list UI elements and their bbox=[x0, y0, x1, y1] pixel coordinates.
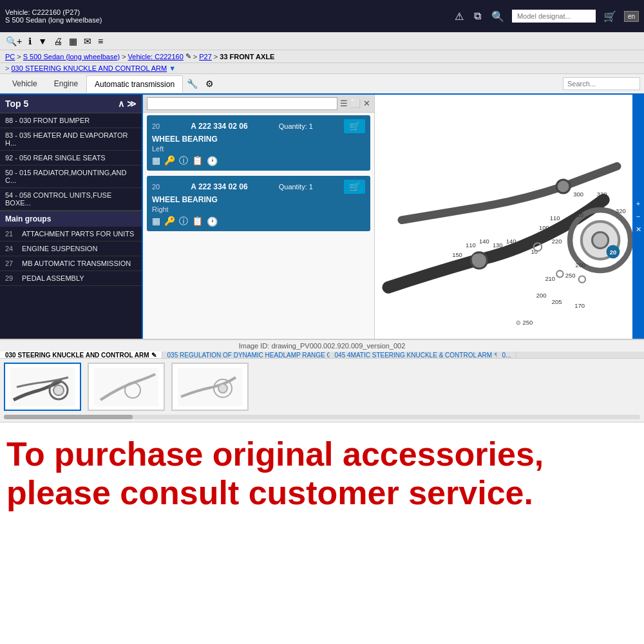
cart-icon[interactable]: 🛒 bbox=[601, 9, 619, 24]
doc-icon-1[interactable]: 📋 bbox=[192, 216, 203, 227]
parts-search-input[interactable] bbox=[147, 97, 337, 110]
thumb-images bbox=[0, 359, 644, 415]
key-icon-1[interactable]: 🔑 bbox=[164, 216, 175, 227]
top5-collapse-icon[interactable]: ∧ bbox=[118, 99, 124, 109]
thumb-tabs: 030 STEERING KNUCKLE AND CONTROL ARM ✎ 0… bbox=[0, 352, 644, 359]
thumbnail-area: 030 STEERING KNUCKLE AND CONTROL ARM ✎ 0… bbox=[0, 352, 644, 422]
tab-engine[interactable]: Engine bbox=[46, 75, 86, 93]
subnav-dropdown-icon[interactable]: ▼ bbox=[169, 64, 176, 72]
main-content: Top 5 ∧ ≫ 88 - 030 FRONT BUMPER 83 - 035… bbox=[0, 95, 644, 339]
breadcrumb-pc[interactable]: PC bbox=[5, 53, 15, 61]
svg-text:100: 100 bbox=[539, 224, 549, 231]
clock-btn-1[interactable]: 🕐 bbox=[207, 216, 218, 227]
search-icon-top[interactable]: 🔍 bbox=[489, 9, 507, 24]
thumb-image-0[interactable] bbox=[4, 363, 81, 411]
vehicle-line1: Vehicle: C222160 (P27) bbox=[5, 8, 102, 16]
info-icon-0[interactable]: ⓘ bbox=[179, 155, 188, 167]
scroll-up-btn[interactable]: + bbox=[636, 200, 640, 207]
vehicle-info: Vehicle: C222160 (P27) S 500 Sedan (long… bbox=[5, 8, 102, 24]
top5-expand-icon[interactable]: ≫ bbox=[127, 99, 137, 109]
list-icon[interactable]: ☰ bbox=[340, 99, 348, 108]
svg-text:20: 20 bbox=[610, 249, 616, 256]
clock-btn-0[interactable]: 🕐 bbox=[207, 155, 218, 167]
top5-label: Top 5 bbox=[5, 99, 28, 109]
grid-icon-1[interactable]: ▦ bbox=[152, 216, 160, 227]
svg-text:310: 310 bbox=[573, 211, 583, 218]
group-item-21[interactable]: 21 ATTACHMENT PARTS FOR UNITS bbox=[0, 227, 142, 242]
thumb-tab-3[interactable]: 0... bbox=[497, 352, 517, 358]
breadcrumb-current: 33 FRONT AXLE bbox=[220, 53, 274, 61]
breadcrumb-p27[interactable]: P27 bbox=[199, 53, 212, 61]
info-icon[interactable]: ℹ bbox=[26, 35, 33, 48]
parts-close-icon[interactable]: ✕ bbox=[363, 99, 370, 108]
svg-text:200: 200 bbox=[536, 292, 547, 299]
thumb-tab-edit-0[interactable]: ✎ bbox=[151, 352, 156, 358]
model-search-input[interactable] bbox=[512, 10, 596, 23]
warning-icon[interactable]: ⚠ bbox=[452, 9, 466, 24]
add-to-cart-0[interactable]: 🛒 bbox=[344, 119, 365, 133]
tab-search-input[interactable] bbox=[563, 77, 640, 90]
svg-text:205: 205 bbox=[552, 298, 562, 305]
breadcrumb-vehicle[interactable]: Vehicle: C222160 bbox=[128, 53, 184, 61]
scroll-x-btn[interactable]: ✕ bbox=[636, 225, 641, 234]
image-id-bar: Image ID: drawing_PV000.002.920.009_vers… bbox=[0, 339, 644, 352]
top5-item-1[interactable]: 83 - 035 HEATER AND EVAPORATOR H... bbox=[0, 128, 142, 151]
menu-icon[interactable]: ≡ bbox=[96, 35, 105, 48]
top5-item-2[interactable]: 92 - 050 REAR SINGLE SEATS bbox=[0, 151, 142, 166]
svg-point-5 bbox=[556, 180, 570, 193]
svg-text:130: 130 bbox=[493, 242, 503, 249]
thumb-tab-1[interactable]: 035 REGULATION OF DYNAMIC HEADLAMP RANGE… bbox=[162, 352, 330, 358]
svg-text:140: 140 bbox=[479, 238, 489, 245]
top5-header: Top 5 ∧ ≫ bbox=[0, 95, 142, 113]
svg-text:140: 140 bbox=[506, 238, 516, 245]
info-icon-1[interactable]: ⓘ bbox=[179, 216, 188, 227]
main-groups-header: Main groups bbox=[0, 211, 142, 227]
tab-icon-diagram[interactable]: ⚙ bbox=[202, 76, 218, 91]
grid-icon-0[interactable]: ▦ bbox=[152, 155, 160, 167]
email-icon[interactable]: ✉ bbox=[82, 35, 93, 48]
tab-auto-transmission[interactable]: Automatic transmission bbox=[86, 75, 183, 93]
top5-item-0[interactable]: 88 - 030 FRONT BUMPER bbox=[0, 113, 142, 128]
breadcrumb-edit-icon: ✎ bbox=[185, 52, 191, 61]
group-item-29[interactable]: 29 PEDAL ASSEMBLY bbox=[0, 271, 142, 286]
top-bar-right: ⚠ ⧉ 🔍 🛒 en bbox=[452, 9, 639, 24]
zoom-in-icon[interactable]: 🔍+ bbox=[4, 35, 24, 48]
subnav: > 030 STEERING KNUCKLE AND CONTROL ARM ▼ bbox=[0, 63, 644, 74]
scroll-down-btn[interactable]: − bbox=[636, 213, 640, 220]
parts-area: ☰ ⬜ ✕ 20 A 222 334 02 06 Quantity: 1 🛒 W… bbox=[143, 95, 375, 339]
group-item-24[interactable]: 24 ENGINE SUSPENSION bbox=[0, 242, 142, 256]
key-icon-0[interactable]: 🔑 bbox=[164, 155, 175, 167]
top5-item-4[interactable]: 54 - 058 CONTROL UNITS,FUSE BOXE... bbox=[0, 188, 142, 211]
group-item-27[interactable]: 27 MB AUTOMATIC TRANSMISSION bbox=[0, 256, 142, 271]
svg-text:110: 110 bbox=[550, 214, 560, 222]
thumb-scrollbar[interactable] bbox=[4, 415, 640, 419]
grid-icon[interactable]: ▦ bbox=[67, 35, 79, 48]
tab-icon-wrench[interactable]: 🔧 bbox=[183, 76, 202, 91]
parts-filter-icon[interactable]: ⬜ bbox=[350, 99, 361, 108]
subnav-link[interactable]: 030 STEERING KNUCKLE AND CONTROL ARM bbox=[11, 64, 167, 72]
thumb-tab-2[interactable]: 045 4MATIC STEERING KNUCKLE & CONTROL AR… bbox=[330, 352, 497, 358]
top5-item-3[interactable]: 50 - 015 RADIATOR,MOUNTING,AND C... bbox=[0, 166, 142, 188]
svg-point-3 bbox=[592, 232, 609, 249]
promo-line1: To purchase original accessories, bbox=[6, 435, 638, 474]
breadcrumb-s500[interactable]: S 500 Sedan (long wheelbase) bbox=[23, 53, 120, 61]
breadcrumb: PC > S 500 Sedan (long wheelbase) > Vehi… bbox=[0, 50, 644, 63]
parts-toolbar: ☰ ⬜ ✕ bbox=[143, 95, 374, 113]
promo-text: To purchase original accessories, please… bbox=[6, 435, 638, 513]
filter-icon[interactable]: ▼ bbox=[36, 35, 49, 48]
second-toolbar: 🔍+ ℹ ▼ 🖨 ▦ ✉ ≡ bbox=[0, 32, 644, 50]
print-icon[interactable]: 🖨 bbox=[52, 35, 64, 48]
svg-text:150: 150 bbox=[452, 251, 462, 258]
thumb-tab-0[interactable]: 030 STEERING KNUCKLE AND CONTROL ARM ✎ bbox=[0, 352, 162, 358]
tab-vehicle[interactable]: Vehicle bbox=[4, 75, 46, 93]
doc-icon-0[interactable]: 📋 bbox=[192, 155, 203, 167]
thumb-image-1[interactable] bbox=[88, 363, 165, 411]
svg-text:220: 220 bbox=[552, 238, 562, 245]
add-to-cart-1[interactable]: 🛒 bbox=[344, 180, 365, 194]
thumb-scrollbar-handle[interactable] bbox=[4, 415, 133, 419]
copy-icon[interactable]: ⧉ bbox=[471, 9, 484, 23]
thumb-image-2[interactable] bbox=[171, 363, 249, 411]
vehicle-line2: S 500 Sedan (long wheelbase) bbox=[5, 16, 102, 24]
sidebar: Top 5 ∧ ≫ 88 - 030 FRONT BUMPER 83 - 035… bbox=[0, 95, 143, 339]
svg-text:120: 120 bbox=[439, 265, 449, 272]
